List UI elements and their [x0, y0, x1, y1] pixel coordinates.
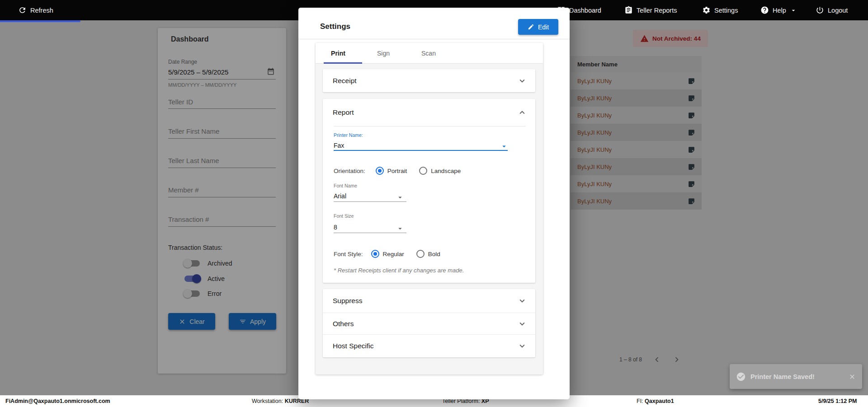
printer-name-label: Printer Name:: [334, 132, 363, 138]
status-workstation-label: Workstation:: [252, 398, 283, 404]
font-name-select[interactable]: Arial: [334, 192, 346, 200]
chevron-down-icon: [517, 76, 527, 86]
nav-dashboard-label: Dashboard: [569, 7, 601, 14]
nav-settings[interactable]: Settings: [702, 0, 738, 20]
nav-teller-reports-label: Teller Reports: [637, 7, 677, 14]
nav-help-label: Help: [773, 7, 786, 14]
font-name-label: Font Name: [334, 183, 357, 188]
font-size-select[interactable]: 8: [334, 224, 337, 231]
status-fi: FI: Qaxpauto1: [637, 395, 674, 407]
accordion-others-header[interactable]: Others: [323, 313, 535, 334]
select-caret-icon[interactable]: [396, 225, 404, 233]
gear-icon: [702, 6, 711, 14]
accordion-suppress-label: Suppress: [333, 297, 517, 305]
divider: [334, 126, 526, 126]
toast-snackbar: Printer Name Saved!: [730, 364, 862, 389]
power-icon: [816, 6, 824, 14]
help-icon: [760, 6, 769, 14]
tab-print[interactable]: Print: [316, 43, 361, 64]
chevron-down-icon: [517, 341, 527, 351]
pencil-icon: [528, 23, 534, 30]
check-circle-icon: [736, 372, 746, 382]
chevron-down-icon: [517, 319, 527, 329]
select-caret-icon[interactable]: [500, 142, 508, 150]
orientation-landscape-label: Landscape: [431, 168, 461, 174]
printer-name-underline: [334, 150, 508, 151]
accordion-report: Report Printer Name: Fax Orientation: Po…: [323, 99, 535, 283]
tab-scan[interactable]: Scan: [406, 43, 451, 64]
font-style-bold-label: Bold: [428, 251, 440, 257]
dialog-title: Settings: [320, 22, 350, 31]
chevron-down-icon: [517, 296, 527, 306]
font-style-label: Font Style:: [334, 251, 363, 257]
caret-down-icon: [790, 7, 797, 14]
font-size-label: Font Size: [334, 213, 354, 219]
font-name-underline: [334, 201, 406, 202]
font-style-bold-radio[interactable]: [416, 250, 425, 258]
status-fi-label: FI:: [637, 398, 643, 404]
select-caret-icon[interactable]: [396, 193, 404, 201]
accordion-group: Suppress Others Host Specific: [323, 289, 535, 357]
settings-dialog: Settings Edit Print Sign Scan Receipt Re…: [298, 8, 570, 399]
edit-button-label: Edit: [538, 23, 549, 31]
active-nav-indicator: [0, 20, 80, 22]
accordion-host-specific-label: Host Specific: [333, 342, 517, 350]
edit-button[interactable]: Edit: [518, 19, 558, 35]
refresh-label: Refresh: [30, 7, 53, 14]
nav-teller-reports[interactable]: Teller Reports: [624, 0, 677, 20]
chevron-up-icon: [517, 108, 527, 117]
orientation-label: Orientation:: [334, 168, 365, 174]
restart-note: * Restart Receipts client if any changes…: [334, 267, 464, 274]
accordion-receipt: Receipt: [323, 69, 535, 92]
settings-card: Print Sign Scan Receipt Report Printer N…: [316, 43, 543, 374]
nav-logout-label: Logout: [828, 7, 848, 14]
font-style-regular-label: Regular: [383, 251, 404, 257]
accordion-receipt-label: Receipt: [333, 77, 517, 85]
clipboard-icon: [624, 6, 633, 14]
refresh-icon: [18, 6, 27, 14]
settings-tabbar: Print Sign Scan: [316, 43, 543, 64]
nav-logout[interactable]: Logout: [816, 0, 848, 20]
status-datetime: 5/9/25 1:12 PM: [818, 395, 857, 407]
divider: [298, 39, 570, 39]
status-user: FiAdmin@Qaxpauto1.onmicrosoft.com: [5, 395, 110, 407]
tab-sign[interactable]: Sign: [361, 43, 406, 64]
orientation-landscape-radio[interactable]: [419, 167, 427, 175]
accordion-host-specific-header[interactable]: Host Specific: [323, 334, 535, 357]
accordion-report-label: Report: [333, 108, 517, 117]
accordion-receipt-header[interactable]: Receipt: [323, 69, 535, 92]
accordion-others-label: Others: [333, 320, 517, 328]
accordion-report-header[interactable]: Report: [323, 99, 535, 126]
printer-name-select[interactable]: Fax: [334, 142, 344, 149]
active-tab-indicator: [324, 62, 362, 64]
toast-message: Printer Name Saved!: [750, 373, 844, 380]
orientation-portrait-label: Portrait: [387, 168, 407, 174]
toast-close-icon[interactable]: [849, 373, 856, 380]
orientation-portrait-radio[interactable]: [376, 167, 384, 175]
nav-help[interactable]: Help: [760, 0, 797, 20]
accordion-suppress-header[interactable]: Suppress: [323, 289, 535, 313]
font-size-underline: [334, 233, 406, 233]
nav-settings-label: Settings: [714, 7, 738, 14]
font-style-regular-radio[interactable]: [371, 250, 379, 258]
status-fi-value: Qaxpauto1: [645, 398, 674, 404]
refresh-button[interactable]: Refresh: [18, 0, 53, 20]
